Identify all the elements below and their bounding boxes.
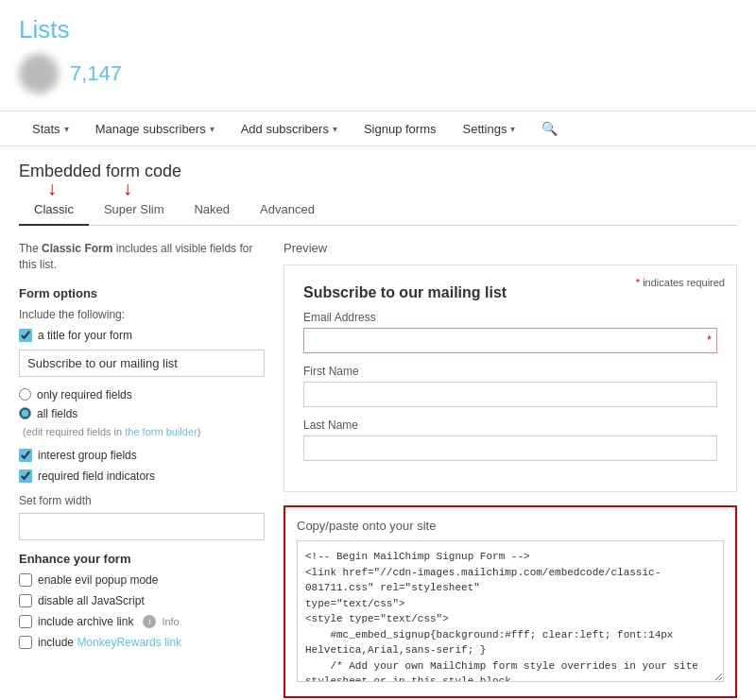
- monkey-rewards-link[interactable]: MonkeyRewards link: [77, 636, 181, 649]
- preview-label: Preview: [284, 241, 737, 255]
- form-width-input[interactable]: [19, 513, 265, 540]
- caret-icon: ▾: [210, 124, 215, 134]
- tab-naked[interactable]: Naked: [179, 195, 245, 226]
- required-note: * indicates required: [636, 277, 725, 288]
- field-lastname: Last Name: [303, 418, 717, 461]
- tab-superslim[interactable]: Super Slim: [89, 195, 180, 226]
- archive-checkbox-row: include archive link i Info: [19, 615, 265, 628]
- interest-label: interest group fields: [38, 449, 137, 462]
- archive-checkbox[interactable]: [19, 615, 32, 628]
- title-checkbox[interactable]: [19, 329, 32, 342]
- lastname-input[interactable]: [303, 435, 717, 461]
- search-icon[interactable]: 🔍: [534, 111, 565, 145]
- radio-all-label: all fields: [37, 407, 77, 420]
- popup-checkbox-row: enable evil popup mode: [19, 573, 265, 587]
- interest-checkbox-row: interest group fields: [19, 449, 265, 462]
- code-section: Copy/paste onto your site: [284, 505, 737, 698]
- tab-advanced[interactable]: Advanced: [245, 195, 330, 226]
- avatar: [19, 54, 59, 94]
- field-firstname: First Name: [303, 365, 717, 407]
- required-indicator-label: required field indicators: [38, 470, 155, 483]
- field-lastname-label: Last Name: [303, 418, 717, 432]
- edit-link-row: (edit required fields in the form builde…: [23, 426, 265, 437]
- nav-stats[interactable]: Stats ▾: [19, 112, 82, 145]
- nav-signup-forms[interactable]: Signup forms: [351, 112, 450, 145]
- js-label: disable all JavaScript: [38, 594, 145, 607]
- radio-all-row: all fields: [19, 407, 265, 420]
- nav-manage-subscribers[interactable]: Manage subscribers ▾: [82, 112, 228, 145]
- js-checkbox[interactable]: [19, 594, 32, 607]
- page-title: Lists: [19, 15, 69, 44]
- monkey-checkbox-row: include MonkeyRewards link: [19, 636, 265, 649]
- caret-icon: ▾: [333, 124, 337, 134]
- radio-required[interactable]: [19, 388, 31, 401]
- nav-add-subscribers[interactable]: Add subscribers ▾: [228, 112, 351, 145]
- form-options-title: Form options: [19, 286, 265, 300]
- code-textarea[interactable]: [297, 540, 724, 682]
- title-checkbox-row: a title for your form: [19, 329, 265, 342]
- email-required-star: *: [707, 333, 712, 347]
- nav-settings[interactable]: Settings ▾: [450, 112, 529, 145]
- form-builder-link[interactable]: the form builder: [125, 426, 197, 437]
- field-email: Email Address *: [303, 311, 717, 353]
- code-title: Copy/paste onto your site: [297, 519, 724, 533]
- js-checkbox-row: disable all JavaScript: [19, 594, 265, 607]
- firstname-input[interactable]: [303, 382, 717, 407]
- monkey-checkbox[interactable]: [19, 636, 32, 649]
- required-indicator-row: required field indicators: [19, 470, 265, 483]
- field-firstname-label: First Name: [303, 365, 717, 378]
- subscriber-count: 7,147: [70, 61, 122, 86]
- tab-classic[interactable]: Classic: [19, 195, 89, 226]
- caret-icon: ▾: [64, 124, 69, 134]
- interest-checkbox[interactable]: [19, 449, 32, 462]
- form-title-input[interactable]: [19, 350, 265, 377]
- include-label: Include the following:: [19, 308, 265, 321]
- enhance-title: Enhance your form: [19, 552, 265, 566]
- radio-required-row: only required fields: [19, 388, 265, 401]
- popup-label: enable evil popup mode: [38, 573, 158, 587]
- description-text: The Classic Form includes all visible fi…: [19, 241, 265, 273]
- archive-info-text: Info: [162, 616, 179, 627]
- required-star: *: [636, 277, 640, 288]
- caret-icon: ▾: [510, 124, 515, 134]
- archive-label: include archive link: [38, 615, 133, 628]
- preview-box: Subscribe to our mailing list * indicate…: [284, 265, 737, 492]
- main-nav: Stats ▾ Manage subscribers ▾ Add subscri…: [0, 111, 756, 146]
- email-input[interactable]: [303, 328, 717, 353]
- field-email-label: Email Address: [303, 311, 717, 324]
- radio-all[interactable]: [19, 407, 31, 419]
- set-width-label: Set form width: [19, 494, 265, 507]
- popup-checkbox[interactable]: [19, 573, 32, 587]
- required-indicator-checkbox[interactable]: [19, 470, 32, 483]
- tabs-row: Classic Super Slim Naked Advanced: [19, 195, 737, 226]
- title-checkbox-label: a title for your form: [38, 329, 132, 342]
- monkey-label: include MonkeyRewards link: [38, 636, 181, 649]
- radio-required-label: only required fields: [37, 388, 132, 401]
- archive-info-icon[interactable]: i: [143, 615, 156, 628]
